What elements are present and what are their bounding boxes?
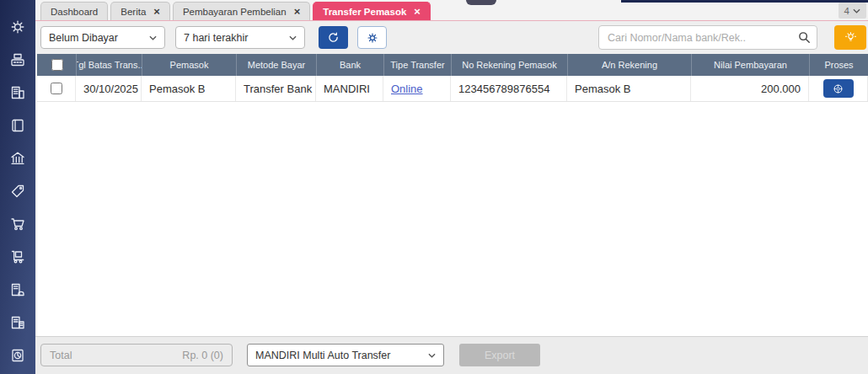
column-header-bank: Bank bbox=[316, 54, 383, 76]
footer-bar: Total Rp. 0 (0) MANDIRI Multi Auto Trans… bbox=[35, 336, 868, 374]
sidebar-item-inventory[interactable] bbox=[0, 242, 35, 275]
report-chart-icon bbox=[8, 346, 27, 368]
cell-select bbox=[37, 76, 76, 101]
sidebar bbox=[0, 0, 35, 374]
chevron-down-icon bbox=[289, 35, 297, 40]
tab-transfer-pemasok[interactable]: Transfer Pemasok× bbox=[313, 2, 431, 20]
column-header-tgl: Tgl Batas Trans... bbox=[76, 54, 142, 76]
cell-an: Pemasok B bbox=[567, 76, 691, 101]
tab-bar: DashboardBerita×Pembayaran Pembelian×Tra… bbox=[35, 0, 868, 21]
journal-book-icon bbox=[8, 116, 27, 138]
sidebar-item-bank[interactable] bbox=[0, 143, 35, 176]
transfer-type-link[interactable]: Online bbox=[391, 83, 423, 95]
tab-strip: DashboardBerita×Pembayaran Pembelian×Tra… bbox=[35, 0, 868, 20]
sidebar-item-reports[interactable] bbox=[0, 340, 35, 373]
sidebar-item-cashier[interactable] bbox=[0, 45, 35, 77]
tips-button[interactable] bbox=[834, 25, 866, 50]
cell-tipe: Online bbox=[383, 76, 451, 101]
sidebar-item-purchase[interactable] bbox=[0, 209, 35, 242]
export-button[interactable]: Export bbox=[459, 344, 540, 366]
column-header-norek: No Rekening Pemasok bbox=[451, 54, 567, 76]
sidebar-item-company[interactable] bbox=[0, 77, 35, 110]
column-header-metode: Metode Bayar bbox=[236, 54, 316, 76]
refresh-button[interactable] bbox=[319, 26, 348, 49]
period-filter-select[interactable]: 7 hari terakhir bbox=[175, 26, 305, 49]
search-box bbox=[598, 25, 817, 50]
period-filter-value: 7 hari terakhir bbox=[184, 32, 248, 44]
search-input[interactable] bbox=[598, 25, 817, 50]
table-header: Tgl Batas Trans...PemasokMetode BayarBan… bbox=[37, 54, 868, 76]
gear-icon bbox=[366, 31, 379, 45]
cell-metode: Transfer Bank bbox=[236, 76, 316, 101]
settings-button[interactable] bbox=[357, 26, 387, 49]
sidebar-item-journal[interactable] bbox=[0, 110, 35, 143]
cell-bank: MANDIRI bbox=[316, 76, 383, 101]
export-format-value: MANDIRI Multi Auto Transfer bbox=[255, 350, 390, 361]
cell-proses bbox=[809, 76, 868, 101]
row-checkbox[interactable] bbox=[51, 83, 62, 94]
total-value: Rp. 0 (0) bbox=[182, 350, 223, 361]
cell-pemasok: Pemasok B bbox=[142, 76, 236, 101]
toolbar: Belum Dibayar 7 hari terakhir bbox=[35, 21, 868, 55]
lightbulb-icon bbox=[844, 30, 858, 45]
cash-register-icon bbox=[8, 51, 27, 72]
decorative-shape bbox=[466, 0, 496, 5]
settings-gear-icon bbox=[8, 18, 27, 40]
tab-counter[interactable]: 4 bbox=[839, 3, 866, 19]
search-icon bbox=[797, 30, 811, 44]
select-all-checkbox[interactable] bbox=[51, 59, 63, 71]
asset-building-icon bbox=[8, 280, 27, 302]
total-label: Total bbox=[50, 350, 72, 361]
tab-label: Dashboard bbox=[51, 7, 98, 17]
refresh-icon bbox=[327, 31, 340, 44]
tab-dashboard[interactable]: Dashboard bbox=[40, 2, 108, 20]
export-format-select[interactable]: MANDIRI Multi Auto Transfer bbox=[247, 344, 444, 366]
cell-norek: 123456789876554 bbox=[451, 76, 567, 101]
sidebar-item-sales[interactable] bbox=[0, 176, 35, 209]
column-header-proses: Proses bbox=[809, 54, 868, 76]
tab-label: Pembayaran Pembelian bbox=[183, 7, 287, 17]
bank-building-icon bbox=[8, 149, 27, 171]
process-button[interactable] bbox=[823, 79, 854, 98]
total-box: Total Rp. 0 (0) bbox=[40, 344, 233, 366]
tab-count-label: 4 bbox=[844, 6, 849, 16]
table-area: Tgl Batas Trans...PemasokMetode BayarBan… bbox=[37, 54, 868, 337]
column-header-tipe: Tipe Transfer bbox=[383, 54, 451, 76]
process-icon bbox=[832, 83, 844, 95]
chevron-down-icon bbox=[428, 353, 436, 358]
table-body: 30/10/2025Pemasok BTransfer BankMANDIRIO… bbox=[37, 76, 868, 102]
shopping-cart-icon bbox=[8, 215, 27, 237]
main-area: DashboardBerita×Pembayaran Pembelian×Tra… bbox=[35, 0, 868, 374]
column-header-pemasok: Pemasok bbox=[142, 54, 236, 76]
chevron-down-icon bbox=[853, 8, 860, 13]
column-header-select bbox=[37, 54, 76, 76]
cell-nilai: 200.000 bbox=[691, 76, 809, 101]
tax-document-icon bbox=[8, 313, 27, 335]
office-building-icon bbox=[8, 83, 27, 105]
column-header-nilai: Nilai Pembayaran bbox=[691, 54, 809, 76]
cell-tgl: 30/10/2025 bbox=[76, 76, 142, 101]
sidebar-item-assets[interactable] bbox=[0, 275, 35, 307]
close-icon[interactable]: × bbox=[294, 6, 301, 17]
sidebar-item-settings[interactable] bbox=[0, 12, 35, 45]
status-filter-select[interactable]: Belum Dibayar bbox=[40, 26, 165, 49]
delivery-trolley-icon bbox=[8, 248, 27, 270]
sidebar-item-tax[interactable] bbox=[0, 307, 35, 340]
app-window: DashboardBerita×Pembayaran Pembelian×Tra… bbox=[0, 0, 868, 374]
column-header-an: A/n Rekening bbox=[567, 54, 691, 76]
table-row: 30/10/2025Pemasok BTransfer BankMANDIRIO… bbox=[37, 76, 868, 102]
tab-pembayaran-pembelian[interactable]: Pembayaran Pembelian× bbox=[173, 2, 310, 20]
tab-label: Transfer Pemasok bbox=[323, 7, 406, 17]
header-strip bbox=[621, 0, 868, 3]
tab-label: Berita bbox=[121, 7, 146, 17]
close-icon[interactable]: × bbox=[153, 6, 160, 17]
close-icon[interactable]: × bbox=[414, 6, 421, 17]
price-tag-icon bbox=[8, 182, 27, 204]
tab-berita[interactable]: Berita× bbox=[110, 2, 170, 20]
status-filter-value: Belum Dibayar bbox=[49, 32, 118, 44]
chevron-down-icon bbox=[149, 35, 157, 40]
